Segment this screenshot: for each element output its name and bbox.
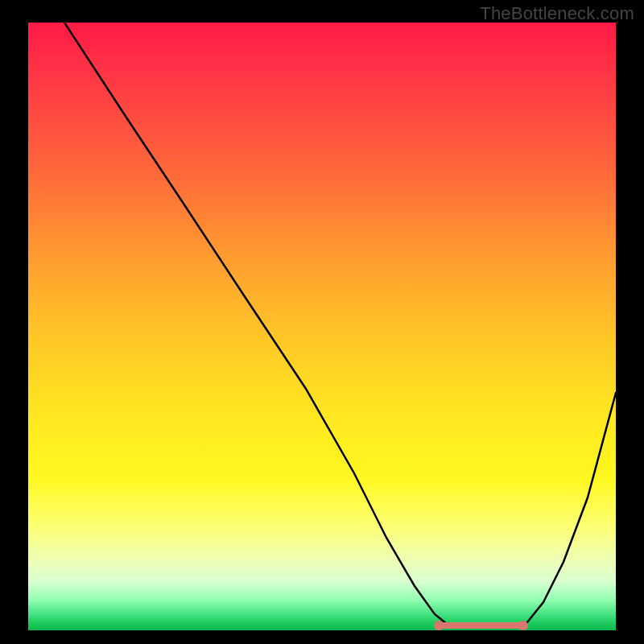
chart-area [28,23,616,630]
watermark-text: TheBottleneck.com [480,3,634,24]
optimal-range-start-dot [434,621,444,630]
bottleneck-curve-path [64,23,616,627]
bottleneck-curve-svg [28,23,616,630]
optimal-range-end-dot [518,621,528,630]
